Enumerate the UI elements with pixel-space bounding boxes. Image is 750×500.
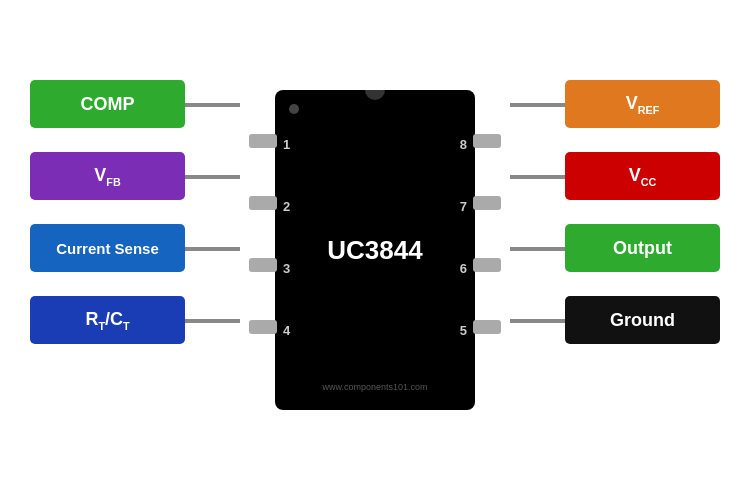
ic-chip: 1 2 3 4 8 7 6 5 UC3844 www.components101… — [275, 90, 475, 410]
pin-label-rtct-text: RT/CT — [85, 309, 129, 332]
pin-label-ground: Ground — [565, 296, 720, 344]
chip-watermark: www.components101.com — [322, 382, 427, 392]
stub-pin1 — [249, 134, 277, 148]
pin-label-output: Output — [565, 224, 720, 272]
pin-num-2: 2 — [283, 199, 290, 214]
pin-label-vcc-text: VCC — [629, 165, 657, 188]
stub-pin7 — [473, 196, 501, 210]
pin-num-1: 1 — [283, 137, 290, 152]
wire-pin2 — [185, 175, 240, 179]
pin-label-rtct: RT/CT — [30, 296, 185, 344]
pin-num-7: 7 — [460, 199, 467, 214]
pin-label-vref-text: VREF — [626, 93, 660, 116]
stub-pin6 — [473, 258, 501, 272]
wire-pin1 — [185, 103, 240, 107]
pin-label-comp-text: COMP — [81, 94, 135, 115]
wire-pin6 — [510, 247, 565, 251]
pin-num-6: 6 — [460, 261, 467, 276]
wire-pin4 — [185, 319, 240, 323]
stub-pin2 — [249, 196, 277, 210]
wire-pin8 — [510, 103, 565, 107]
stub-pin4 — [249, 320, 277, 334]
wire-pin3 — [185, 247, 240, 251]
pin-num-4: 4 — [283, 323, 290, 338]
pin-label-current-sense-text: Current Sense — [56, 240, 159, 257]
ic-notch — [365, 90, 385, 100]
pin-num-5: 5 — [460, 323, 467, 338]
pin-label-output-text: Output — [613, 238, 672, 259]
pin-num-3: 3 — [283, 261, 290, 276]
pin-label-vref: VREF — [565, 80, 720, 128]
pin-label-comp: COMP — [30, 80, 185, 128]
wire-pin5 — [510, 319, 565, 323]
pin-label-vfb-text: VFB — [94, 165, 120, 188]
stub-pin5 — [473, 320, 501, 334]
pin-label-current-sense: Current Sense — [30, 224, 185, 272]
pin-num-8: 8 — [460, 137, 467, 152]
ic-dot — [289, 104, 299, 114]
stub-pin3 — [249, 258, 277, 272]
wire-pin7 — [510, 175, 565, 179]
stub-pin8 — [473, 134, 501, 148]
pin-label-vcc: VCC — [565, 152, 720, 200]
pin-label-vfb: VFB — [30, 152, 185, 200]
chip-label: UC3844 — [327, 235, 422, 266]
pin-label-ground-text: Ground — [610, 310, 675, 331]
diagram-container: COMP VFB Current Sense RT/CT VREF VCC Ou… — [0, 0, 750, 500]
